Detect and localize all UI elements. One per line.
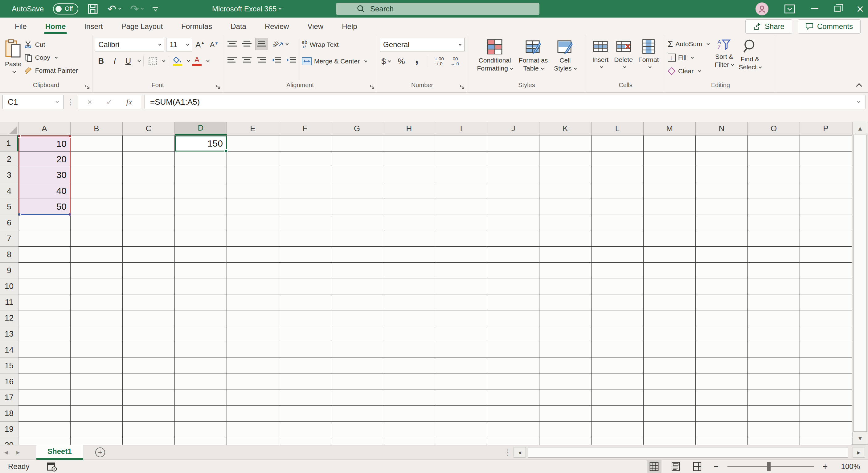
cell-H16[interactable] [383, 374, 435, 390]
cell-M18[interactable] [644, 406, 696, 421]
cell-C14[interactable] [123, 342, 175, 358]
tab-help[interactable]: Help [333, 18, 366, 35]
cell-D11[interactable] [175, 294, 227, 310]
cell-K19[interactable] [539, 421, 591, 438]
drag-grip-icon[interactable]: ⋮ [67, 99, 74, 105]
row-header-2[interactable]: 2 [0, 151, 19, 168]
cell-C7[interactable] [123, 231, 175, 247]
cell-L6[interactable] [591, 215, 644, 231]
cell-J3[interactable] [487, 167, 539, 183]
autosum-button[interactable]: Σ AutoSum [668, 38, 709, 50]
cell-M10[interactable] [644, 278, 696, 294]
cell-H15[interactable] [383, 358, 435, 374]
cell-A6[interactable] [19, 215, 70, 231]
clipboard-dialog-launcher[interactable] [85, 84, 90, 90]
ribbon-display-options-button[interactable] [784, 2, 795, 16]
cell-H5[interactable] [383, 199, 435, 215]
cell-B7[interactable] [70, 231, 123, 247]
cell-B14[interactable] [70, 342, 123, 358]
cell-I8[interactable] [435, 247, 487, 263]
cell-K18[interactable] [539, 406, 591, 421]
cell-P13[interactable] [800, 326, 852, 342]
wrap-text-button[interactable]: ab ↵ Wrap Text [302, 38, 367, 51]
cell-H7[interactable] [383, 231, 435, 247]
cell-O13[interactable] [748, 326, 800, 342]
cell-B15[interactable] [70, 358, 123, 374]
cell-F18[interactable] [279, 406, 331, 421]
cell-B8[interactable] [70, 247, 123, 263]
normal-view-button[interactable] [647, 460, 661, 473]
cell-E17[interactable] [227, 390, 279, 406]
previous-sheet-button[interactable]: ◂ [0, 448, 12, 457]
cell-J4[interactable] [487, 183, 539, 199]
cell-M9[interactable] [644, 263, 696, 279]
row-header-7[interactable]: 7 [0, 231, 19, 247]
macro-record-button[interactable] [46, 461, 57, 472]
cell-C11[interactable] [123, 294, 175, 310]
cell-K5[interactable] [539, 199, 591, 215]
cell-A4[interactable]: 40 [19, 183, 70, 199]
cell-P20[interactable] [800, 437, 852, 445]
cell-N13[interactable] [696, 326, 748, 342]
cell-N3[interactable] [696, 167, 748, 183]
cell-I14[interactable] [435, 342, 487, 358]
cell-D7[interactable] [175, 231, 227, 247]
tab-formulas[interactable]: Formulas [172, 18, 221, 35]
cell-N2[interactable] [696, 151, 748, 168]
cell-M1[interactable] [644, 135, 696, 151]
cell-N20[interactable] [696, 437, 748, 445]
cell-H2[interactable] [383, 151, 435, 168]
column-header-O[interactable]: O [748, 122, 800, 135]
column-header-C[interactable]: C [123, 122, 175, 135]
tab-insert[interactable]: Insert [75, 18, 112, 35]
cell-A11[interactable] [19, 294, 70, 310]
bold-button[interactable]: B [95, 55, 107, 67]
cell-C12[interactable] [123, 310, 175, 327]
cell-M8[interactable] [644, 247, 696, 263]
cell-J19[interactable] [487, 421, 539, 438]
cell-M19[interactable] [644, 421, 696, 438]
cell-A20[interactable] [19, 437, 70, 445]
enter-button[interactable]: ✓ [101, 97, 118, 107]
new-sheet-button[interactable]: + [95, 447, 105, 457]
cell-O10[interactable] [748, 278, 800, 294]
cell-G19[interactable] [331, 421, 383, 438]
cell-I6[interactable] [435, 215, 487, 231]
scroll-up-button[interactable]: ▲ [852, 122, 868, 135]
cell-M5[interactable] [644, 199, 696, 215]
cell-C16[interactable] [123, 374, 175, 390]
minimize-button[interactable] [811, 2, 818, 16]
middle-align-button[interactable] [241, 38, 253, 50]
page-break-preview-button[interactable] [690, 460, 705, 473]
cell-F5[interactable] [279, 199, 331, 215]
cell-N5[interactable] [696, 199, 748, 215]
cell-C18[interactable] [123, 406, 175, 421]
range-handle[interactable] [69, 213, 71, 216]
app-title[interactable]: Microsoft Excel 365 [212, 0, 281, 18]
vertical-scrollbar[interactable]: ▲ ▼ [852, 122, 868, 445]
cell-E19[interactable] [227, 421, 279, 438]
cell-L3[interactable] [591, 167, 644, 183]
customize-quick-access-button[interactable] [153, 2, 158, 16]
cell-J13[interactable] [487, 326, 539, 342]
cell-P12[interactable] [800, 310, 852, 327]
column-header-P[interactable]: P [800, 122, 852, 135]
conditional-formatting-button[interactable]: Conditional Formatting [474, 38, 515, 81]
cell-A16[interactable] [19, 374, 70, 390]
cell-G3[interactable] [331, 167, 383, 183]
cell-G5[interactable] [331, 199, 383, 215]
cell-B3[interactable] [70, 167, 123, 183]
cell-D10[interactable] [175, 278, 227, 294]
tab-home[interactable]: Home [36, 18, 75, 35]
cell-P2[interactable] [800, 151, 852, 168]
cancel-button[interactable]: × [81, 97, 98, 107]
range-handle[interactable] [18, 213, 21, 216]
cell-K8[interactable] [539, 247, 591, 263]
cell-N15[interactable] [696, 358, 748, 374]
cell-M20[interactable] [644, 437, 696, 445]
cell-F3[interactable] [279, 167, 331, 183]
row-header-8[interactable]: 8 [0, 247, 19, 263]
decrease-decimal-button[interactable]: .00 →.0 [448, 55, 461, 68]
cell-K3[interactable] [539, 167, 591, 183]
cell-N10[interactable] [696, 278, 748, 294]
